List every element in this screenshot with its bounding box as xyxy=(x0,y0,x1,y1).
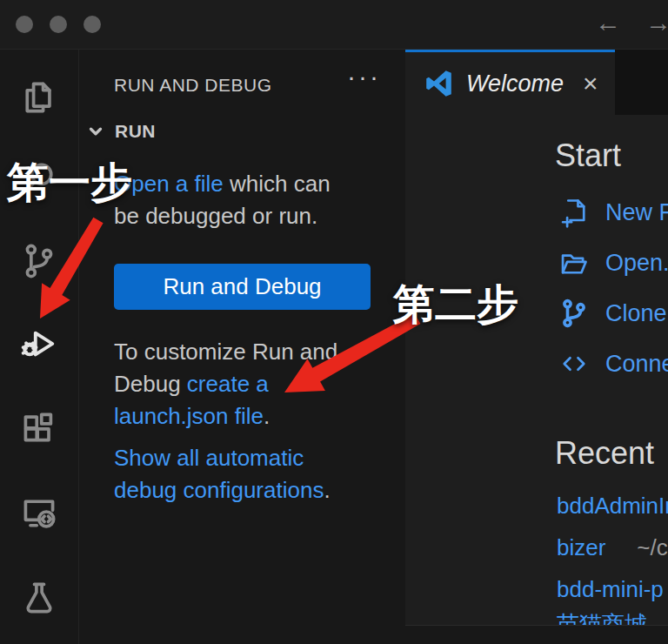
tab-label: Welcome xyxy=(466,70,564,97)
hint-text: Debug xyxy=(114,371,187,397)
activity-bar xyxy=(0,50,78,644)
start-heading: Start xyxy=(555,138,621,174)
welcome-page: Start New File... Open... Clone Git Repo… xyxy=(405,115,668,625)
activity-run-debug-icon[interactable] xyxy=(0,323,78,365)
run-section-header[interactable]: RUN xyxy=(86,121,156,142)
window-close-button[interactable] xyxy=(16,16,33,33)
run-and-debug-button[interactable]: Run and Debug xyxy=(114,264,371,310)
nav-back-icon[interactable]: ← xyxy=(595,5,621,40)
start-item-label: Open... xyxy=(605,250,668,277)
hint-text: To customize Run and xyxy=(114,339,337,365)
start-new-file[interactable]: New File... xyxy=(558,195,668,230)
recent-heading: Recent xyxy=(555,435,654,472)
show-debug-configs-link[interactable]: debug configurations xyxy=(114,477,324,503)
customize-hint: To customize Run and Debug create a laun… xyxy=(114,336,384,433)
recent-item[interactable]: bdd-mini-p xyxy=(557,576,668,603)
new-file-icon xyxy=(558,197,590,228)
window-minimize-button[interactable] xyxy=(50,16,67,33)
open-file-hint: Open a file which can be debugged or run… xyxy=(114,168,384,232)
git-branch-icon xyxy=(558,298,590,329)
step2-label: 第二步 xyxy=(393,277,518,332)
chevron-down-icon xyxy=(86,122,105,141)
tab-strip: Welcome × xyxy=(405,50,668,115)
activity-extensions-icon[interactable] xyxy=(0,410,78,452)
nav-forward-icon[interactable]: → xyxy=(645,5,668,40)
show-debug-configs-link[interactable]: Show all automatic xyxy=(114,445,304,471)
start-item-label: Connect to... xyxy=(605,351,668,378)
show-configs-hint: Show all automatic debug configurations. xyxy=(114,442,384,506)
start-open[interactable]: Open... xyxy=(558,245,668,280)
editor-bottom-strip xyxy=(405,625,668,644)
open-folder-icon xyxy=(558,247,590,278)
sidebar-title: RUN AND DEBUG xyxy=(114,75,272,96)
activity-remote-explorer-icon[interactable] xyxy=(0,493,78,534)
recent-item-link[interactable]: 苗猫商城 xyxy=(557,611,647,625)
vscode-logo-icon xyxy=(424,69,454,98)
more-actions-icon[interactable]: ··· xyxy=(347,62,381,91)
editor-group: Welcome × Start New File... Open... xyxy=(405,50,668,644)
title-bar: ← → xyxy=(0,0,668,50)
create-launch-json-link[interactable]: create a xyxy=(187,371,269,397)
window-zoom-button[interactable] xyxy=(84,16,101,33)
start-item-label: Clone Git Repository... xyxy=(605,300,668,327)
start-connect-to[interactable]: Connect to... xyxy=(558,346,668,381)
activity-testing-icon[interactable] xyxy=(0,577,78,619)
activity-source-control-icon[interactable] xyxy=(0,240,78,282)
run-debug-sidebar: RUN AND DEBUG ··· RUN Open a file which … xyxy=(78,50,405,644)
hint-text: . xyxy=(264,403,270,429)
run-section-label: RUN xyxy=(115,121,156,142)
recent-item-link[interactable]: bddAdminIn xyxy=(557,493,668,519)
hint-text: which can xyxy=(224,171,331,197)
activity-explorer-icon[interactable] xyxy=(0,77,78,118)
recent-item-link[interactable]: bdd-mini-p xyxy=(557,576,664,602)
recent-item[interactable]: bizer~/co xyxy=(557,534,668,561)
step1-label: 第一步 xyxy=(7,155,132,211)
recent-item[interactable]: bddAdminIn xyxy=(557,493,668,520)
recent-item-link[interactable]: bizer xyxy=(557,534,605,560)
recent-item[interactable]: 苗猫商城 xyxy=(557,609,668,625)
start-item-label: New File... xyxy=(605,199,668,226)
remote-connect-icon xyxy=(558,348,590,379)
create-launch-json-link[interactable]: launch.json file xyxy=(114,403,264,429)
tab-welcome[interactable]: Welcome × xyxy=(405,50,615,115)
recent-item-path: ~/co xyxy=(637,534,668,560)
vscode-window: ← → xyxy=(0,0,668,644)
start-clone-repo[interactable]: Clone Git Repository... xyxy=(558,296,668,331)
hint-text: . xyxy=(324,477,330,503)
tab-close-icon[interactable]: × xyxy=(583,70,598,97)
hint-text: be debugged or run. xyxy=(114,203,317,229)
